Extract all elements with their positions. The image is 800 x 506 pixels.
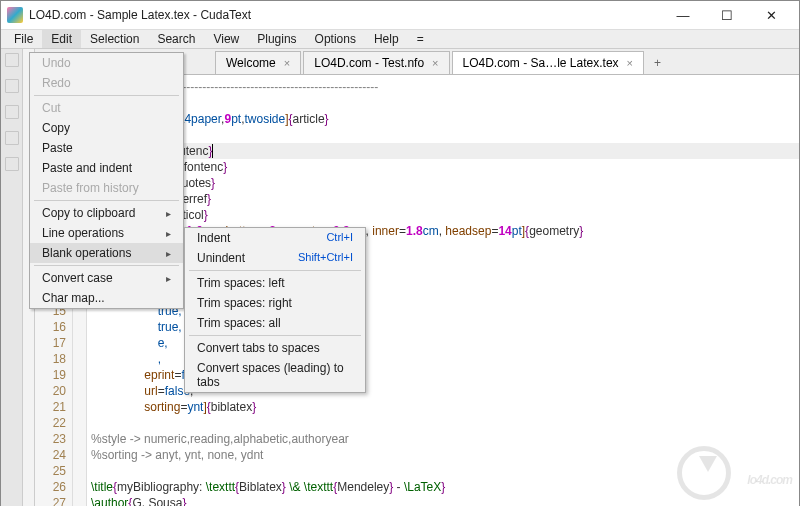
activity-bar: [1, 49, 23, 506]
tab-latex[interactable]: LO4D.com - Sa…le Latex.tex×: [452, 51, 645, 74]
menu-item-paste[interactable]: Paste: [30, 138, 183, 158]
menu-item-line-operations[interactable]: Line operations▸: [30, 223, 183, 243]
menu-view[interactable]: View: [204, 30, 248, 48]
tab-testnfo[interactable]: LO4D.com - Test.nfo×: [303, 51, 449, 74]
submenu-item-indent[interactable]: IndentCtrl+I: [185, 228, 365, 248]
close-button[interactable]: ✕: [749, 1, 793, 29]
sidebar-icon[interactable]: [5, 105, 19, 119]
submenu-item-trim-spaces-left[interactable]: Trim spaces: left: [185, 273, 365, 293]
sidebar-icon[interactable]: [5, 53, 19, 67]
edit-menu-dropdown: UndoRedoCutCopyPastePaste and indentPast…: [29, 52, 184, 309]
tab-label: LO4D.com - Sa…le Latex.tex: [463, 56, 619, 70]
app-icon: [7, 7, 23, 23]
menu-item-cut: Cut: [30, 98, 183, 118]
menu-item-redo: Redo: [30, 73, 183, 93]
menu-item-paste-from-history: Paste from history: [30, 178, 183, 198]
submenu-item-trim-spaces-right[interactable]: Trim spaces: right: [185, 293, 365, 313]
tab-label: LO4D.com - Test.nfo: [314, 56, 424, 70]
sidebar-icon[interactable]: [5, 131, 19, 145]
close-icon[interactable]: ×: [627, 57, 633, 69]
menu-item-copy-to-clipboard[interactable]: Copy to clipboard▸: [30, 203, 183, 223]
menu-file[interactable]: File: [5, 30, 42, 48]
menu-item-convert-case[interactable]: Convert case▸: [30, 268, 183, 288]
menu-options[interactable]: Options: [306, 30, 365, 48]
menu-item-copy[interactable]: Copy: [30, 118, 183, 138]
submenu-item-unindent[interactable]: UnindentShift+Ctrl+I: [185, 248, 365, 268]
new-tab-button[interactable]: +: [646, 52, 669, 74]
menu-overflow[interactable]: =: [408, 30, 433, 48]
menu-item-char-map-[interactable]: Char map...: [30, 288, 183, 308]
close-icon[interactable]: ×: [284, 57, 290, 69]
tab-welcome[interactable]: Welcome×: [215, 51, 301, 74]
menu-item-blank-operations[interactable]: Blank operations▸: [30, 243, 183, 263]
close-icon[interactable]: ×: [432, 57, 438, 69]
window-title: LO4D.com - Sample Latex.tex - CudaText: [29, 8, 661, 22]
menu-edit[interactable]: Edit: [42, 30, 81, 48]
menu-selection[interactable]: Selection: [81, 30, 148, 48]
app-window: LO4D.com - Sample Latex.tex - CudaText —…: [0, 0, 800, 506]
menu-search[interactable]: Search: [148, 30, 204, 48]
sidebar-icon[interactable]: [5, 157, 19, 171]
tab-label: Welcome: [226, 56, 276, 70]
menu-item-paste-and-indent[interactable]: Paste and indent: [30, 158, 183, 178]
titlebar: LO4D.com - Sample Latex.tex - CudaText —…: [1, 1, 799, 30]
submenu-item-convert-spaces-leading-to-tabs[interactable]: Convert spaces (leading) to tabs: [185, 358, 365, 392]
submenu-item-convert-tabs-to-spaces[interactable]: Convert tabs to spaces: [185, 338, 365, 358]
menu-help[interactable]: Help: [365, 30, 408, 48]
menu-plugins[interactable]: Plugins: [248, 30, 305, 48]
menubar: File Edit Selection Search View Plugins …: [1, 30, 799, 49]
menu-item-undo: Undo: [30, 53, 183, 73]
maximize-button[interactable]: ☐: [705, 1, 749, 29]
submenu-item-trim-spaces-all[interactable]: Trim spaces: all: [185, 313, 365, 333]
sidebar-icon[interactable]: [5, 79, 19, 93]
minimize-button[interactable]: —: [661, 1, 705, 29]
blank-operations-submenu: IndentCtrl+IUnindentShift+Ctrl+ITrim spa…: [184, 227, 366, 393]
